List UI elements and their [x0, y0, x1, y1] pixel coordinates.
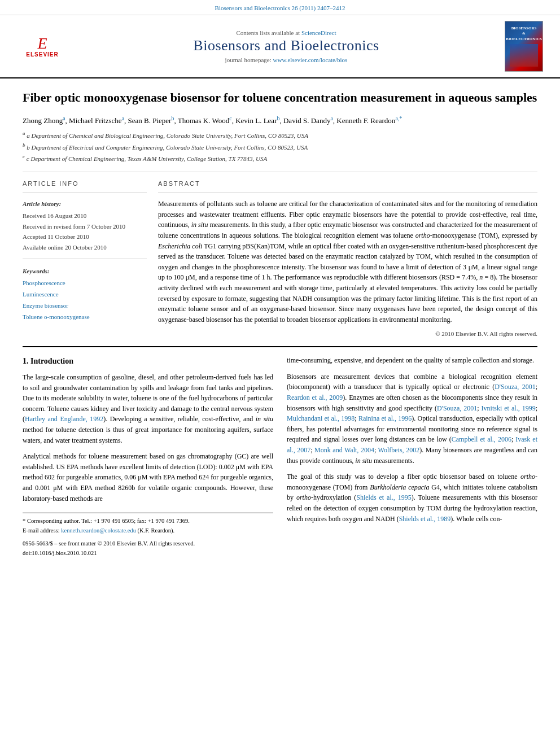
- affiliation-a: a a Department of Chemical and Biologica…: [23, 129, 537, 141]
- ref-campbell[interactable]: Campbell et al., 2006: [452, 435, 511, 443]
- sciencedirect-line: Contents lists available at ScienceDirec…: [79, 29, 493, 36]
- keyword-1[interactable]: Phosphorescence: [23, 278, 147, 289]
- received-date: Received 16 August 2010: [23, 211, 147, 221]
- right-para-2: Biosensors are measurement devices that …: [287, 372, 537, 466]
- revised-date: Received in revised form 7 October 2010: [23, 221, 147, 232]
- journal-header: E ELSEVIER Contents lists available at S…: [0, 15, 560, 78]
- history-label: Article history:: [23, 199, 147, 209]
- corresponding-footnote: * Corresponding author. Tel.: +1 970 491…: [23, 517, 273, 526]
- keyword-3[interactable]: Enzyme biosensor: [23, 300, 147, 312]
- ref-hartley[interactable]: Hartley and Englande, 1992: [25, 415, 103, 423]
- footnote-area: * Corresponding author. Tel.: +1 970 491…: [23, 513, 273, 558]
- divider-1: [23, 172, 537, 172]
- right-para-3: The goal of this study was to develop a …: [287, 471, 537, 524]
- article-info-label: ARTICLE INFO: [23, 180, 147, 187]
- accepted-date: Accepted 11 October 2010: [23, 231, 147, 242]
- divider-info-mid: [23, 259, 147, 259]
- ref-shields1989[interactable]: Shields et al., 1989: [399, 515, 451, 523]
- ref-dsouza2001b[interactable]: D'Souza, 2001: [437, 404, 477, 412]
- keyword-4[interactable]: Toluene o-monooxygenase: [23, 312, 147, 323]
- intro-para-1: The large-scale consumption of gasoline,…: [23, 372, 273, 445]
- info-abstract-columns: ARTICLE INFO Article history: Received 1…: [23, 180, 537, 337]
- online-date: Available online 20 October 2010: [23, 242, 147, 253]
- ref-shields1995[interactable]: Shields et al., 1995: [356, 493, 411, 501]
- article-history: Article history: Received 16 August 2010…: [23, 199, 147, 252]
- body-columns: 1. Introduction The large-scale consumpt…: [23, 355, 537, 558]
- section-divider: [23, 346, 537, 347]
- elsevier-e-icon: E: [37, 36, 47, 51]
- ref-rainina[interactable]: Rainina et al., 1996: [358, 414, 412, 422]
- ref-wolfbeis[interactable]: Wolfbeis, 2002: [378, 446, 420, 454]
- elsevier-wordmark: ELSEVIER: [26, 51, 58, 58]
- main-content: Fiber optic monooxygenase biosensor for …: [0, 78, 560, 569]
- intro-para-2: Analytical methods for toluene measureme…: [23, 451, 273, 504]
- top-citation-bar: Biosensors and Bioelectronics 26 (2011) …: [0, 0, 560, 15]
- journal-homepage-link[interactable]: www.elsevier.com/locate/bios: [273, 56, 348, 63]
- abstract-text: Measurements of pollutants such as tolue…: [158, 199, 537, 325]
- journal-homepage: journal homepage: www.elsevier.com/locat…: [79, 56, 493, 63]
- affiliation-b: b b Department of Electrical and Compute…: [23, 141, 537, 152]
- right-para-1: time-consuming, expensive, and dependent…: [287, 355, 537, 366]
- cover-graphic: [510, 44, 538, 67]
- body-left-col: 1. Introduction The large-scale consumpt…: [23, 355, 273, 558]
- journal-cover-image: BIOSENSORS&BIOELECTRONICS: [505, 21, 543, 72]
- keywords-block: Keywords: Phosphorescence Luminescence E…: [23, 266, 147, 323]
- elsevier-logo: E ELSEVIER: [17, 36, 68, 58]
- doi-line: doi:10.1016/j.bios.2010.10.021: [23, 549, 273, 558]
- abstract-col: ABSTRACT Measurements of pollutants such…: [158, 180, 537, 337]
- ref-dsouza2001[interactable]: D'Souza, 2001: [495, 383, 535, 391]
- email-link[interactable]: kenneth.reardon@colostate.edu: [61, 527, 136, 534]
- article-title: Fiber optic monooxygenase biosensor for …: [23, 90, 537, 106]
- affiliation-c: c c Department of Chemical Engineering, …: [23, 152, 537, 164]
- article-info-col: ARTICLE INFO Article history: Received 1…: [23, 180, 147, 337]
- ref-reardon2009[interactable]: Reardon et al., 2009: [287, 394, 343, 401]
- ref-ivnitski[interactable]: Ivnitski et al., 1999: [482, 404, 536, 412]
- email-footnote: E-mail address: kenneth.reardon@colostat…: [23, 526, 273, 536]
- ref-monk[interactable]: Monk and Walt, 2004: [314, 446, 374, 454]
- keyword-2[interactable]: Luminescence: [23, 289, 147, 300]
- section-1-heading: 1. Introduction: [23, 355, 273, 368]
- journal-title-block: Contents lists available at ScienceDirec…: [79, 29, 493, 63]
- journal-citation-link[interactable]: Biosensors and Bioelectronics 26 (2011) …: [215, 5, 345, 11]
- divider-abstract-top: [158, 193, 537, 193]
- sciencedirect-link[interactable]: ScienceDirect: [301, 29, 336, 36]
- keywords-label: Keywords:: [23, 266, 147, 277]
- journal-name: Biosensors and Bioelectronics: [79, 37, 493, 54]
- copyright-line: © 2010 Elsevier B.V. All rights reserved…: [158, 330, 537, 337]
- issn-line: 0956-5663/$ – see front matter © 2010 El…: [23, 539, 273, 549]
- body-right-col: time-consuming, expensive, and dependent…: [287, 355, 537, 558]
- affiliations-block: a a Department of Chemical and Biologica…: [23, 129, 537, 164]
- abstract-label: ABSTRACT: [158, 180, 537, 187]
- authors-line: Zhong Zhonga, Michael Fritzschea, Sean B…: [23, 114, 537, 126]
- divider-info-top: [23, 193, 147, 193]
- ref-mulchandani[interactable]: Mulchandani et al., 1998: [287, 414, 355, 422]
